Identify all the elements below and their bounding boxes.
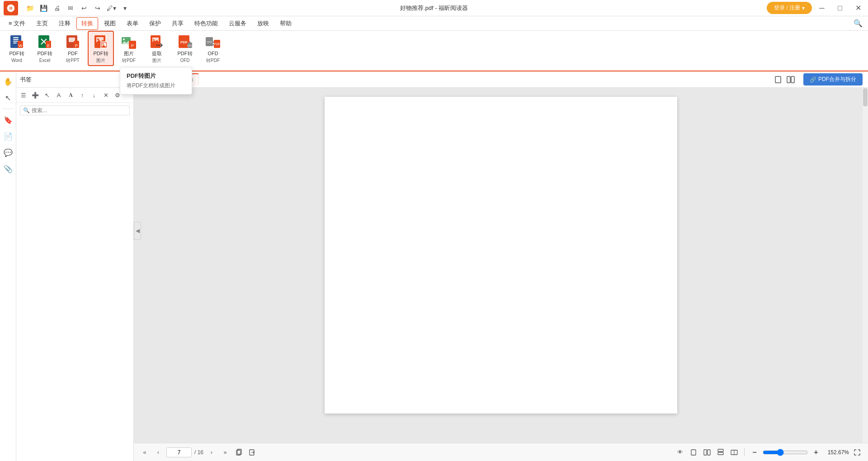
svg-rect-1 (13, 37, 19, 38)
menu-item-share[interactable]: 共享 (167, 17, 189, 30)
continuous-view-btn[interactable] (715, 447, 726, 458)
vertical-scrollbar[interactable] (863, 88, 868, 443)
doc-canvas (134, 88, 868, 461)
panel-tool-remove[interactable]: ✕ (100, 90, 111, 100)
bottom-right: 👁 (675, 447, 863, 458)
svg-text:P: P (75, 43, 78, 48)
panel-search-container: 🔍 (20, 105, 130, 115)
menu-item-help[interactable]: 帮助 (275, 17, 297, 30)
first-page-btn[interactable]: « (139, 447, 150, 458)
minimize-button[interactable]: ─ (814, 0, 830, 16)
pdf-to-image-icon (93, 33, 109, 50)
double-view-btn[interactable] (702, 447, 712, 458)
word-icon: W (9, 33, 25, 50)
panel-tool-text-b[interactable]: 𝐀 (65, 90, 76, 100)
panel-tab-title: 书签 (20, 76, 32, 84)
attachment-icon[interactable]: 📎 (2, 162, 14, 175)
svg-rect-4 (13, 43, 17, 43)
menu-item-form[interactable]: 表单 (122, 17, 143, 30)
panel-tool-up[interactable]: ↑ (77, 90, 88, 100)
copy-page-btn[interactable] (233, 447, 244, 458)
single-page-view-btn[interactable] (773, 74, 783, 85)
undo-btn[interactable]: ↩ (78, 2, 90, 14)
image-to-pdf-btn[interactable]: P 图片 转PDF (116, 31, 142, 66)
doc-header: 📄 好物推荐.pdf ✕ 🔗 (134, 71, 868, 88)
extract-page-btn[interactable] (247, 447, 258, 458)
svg-rect-49 (704, 450, 707, 455)
svg-rect-2 (13, 39, 19, 40)
svg-point-18 (97, 38, 99, 40)
ppt-icon: P (65, 33, 81, 50)
next-page-btn[interactable]: › (206, 447, 217, 458)
email-btn[interactable]: ✉ (64, 2, 77, 14)
select-tool-btn[interactable]: ↖ (2, 91, 14, 104)
tooltip-popup: PDF转图片 将PDF文档转成图片 (120, 67, 192, 95)
svg-rect-51 (718, 449, 723, 451)
ribbon-toolbar: W PDF转 Word E PDF转 Excel P (0, 31, 868, 71)
thumbnail-icon[interactable]: 📄 (2, 130, 14, 143)
zoom-out-btn[interactable]: − (749, 447, 760, 458)
print-btn[interactable]: 🖨 (51, 2, 63, 14)
pdf-merge-btn[interactable]: 🔗 PDF合并与拆分 (803, 73, 863, 86)
last-page-btn[interactable]: » (220, 447, 231, 458)
menu-item-present[interactable]: 放映 (252, 17, 274, 30)
panel-search-input[interactable] (32, 107, 127, 114)
scroll-thumb[interactable] (863, 88, 868, 106)
menu-item-file[interactable]: ≡ 文件 (4, 17, 30, 30)
extract-image-btn[interactable]: 提取 图片 (144, 31, 170, 66)
panel-tool-cursor[interactable]: ↖ (42, 90, 52, 100)
pdf-to-ofd-btn[interactable]: PDF OFD PDF转 OFD (172, 31, 198, 66)
menu-item-annotate[interactable]: 注释 (54, 17, 75, 30)
panel-tool-list[interactable]: ☰ (18, 90, 29, 100)
hand-tool-btn[interactable]: ✋ (2, 75, 14, 88)
panel-tool-text-a[interactable]: A (53, 90, 64, 100)
stamp-dropdown-btn[interactable]: 🖊▾ (105, 2, 118, 14)
menu-item-feature[interactable]: 特色功能 (189, 17, 223, 30)
pdf-to-image-btn[interactable]: PDF转 图片 (88, 31, 114, 66)
more-btn[interactable]: ▾ (118, 2, 131, 14)
single-view-btn[interactable] (688, 447, 699, 458)
menu-item-protect[interactable]: 保护 (144, 17, 166, 30)
prev-page-btn[interactable]: ‹ (153, 447, 164, 458)
zoom-level: 152.67% (824, 449, 849, 456)
ofd-to-pdf-btn[interactable]: OFD PDF OFD 转PDF (200, 31, 226, 66)
divider (3, 109, 14, 109)
menu-item-convert[interactable]: 转换 (76, 17, 98, 30)
pdf-to-excel-btn[interactable]: E PDF转 Excel (32, 31, 58, 66)
redo-btn[interactable]: ↪ (91, 2, 104, 14)
zoom-in-btn[interactable]: + (811, 447, 821, 458)
comment-icon[interactable]: 💬 (2, 146, 14, 159)
menubar: ≡ 文件 主页 注释 转换 视图 表单 保护 共享 特色功能 云服务 放映 帮助… (0, 16, 868, 31)
app-body: ✋ ↖ 🔖 📄 💬 📎 书签 ✕ ☰ ➕ ↖ A 𝐀 ↑ ↓ ✕ ⚙ 🔍 ◀ (0, 71, 868, 461)
svg-point-22 (103, 43, 104, 45)
open-file-btn[interactable]: 📁 (24, 2, 36, 14)
search-icon[interactable]: 🔍 (852, 17, 864, 30)
svg-text:PDF: PDF (214, 43, 220, 46)
bookmark-icon[interactable]: 🔖 (2, 114, 14, 126)
close-button[interactable]: ✕ (850, 0, 866, 16)
panel-collapse-btn[interactable]: ◀ (134, 222, 141, 240)
tooltip-title: PDF转图片 (127, 72, 185, 80)
page-content (325, 97, 677, 413)
svg-text:OFD: OFD (187, 44, 193, 47)
two-page-view-btn[interactable] (785, 74, 796, 85)
panel-tool-down[interactable]: ↓ (89, 90, 99, 100)
save-btn[interactable]: 💾 (37, 2, 50, 14)
svg-rect-52 (718, 452, 723, 455)
app-logo (4, 1, 18, 15)
menu-item-home[interactable]: 主页 (31, 17, 53, 30)
titlebar: 📁 💾 🖨 ✉ ↩ ↪ 🖊▾ ▾ 好物推荐.pdf - 福昕阅读器 登录 / 注… (0, 0, 868, 16)
read-mode-btn[interactable] (729, 447, 740, 458)
view-mode-icon[interactable]: 👁 (675, 447, 685, 458)
page-number-input[interactable] (166, 447, 192, 457)
bottom-bar: « ‹ / 16 › » 👁 (134, 443, 868, 461)
login-button[interactable]: 登录 / 注册 ▾ (767, 2, 812, 14)
fullscreen-btn[interactable] (852, 447, 863, 458)
maximize-button[interactable]: □ (832, 0, 848, 16)
zoom-slider[interactable] (763, 449, 808, 456)
menu-item-cloud[interactable]: 云服务 (224, 17, 251, 30)
panel-tool-add[interactable]: ➕ (30, 90, 41, 100)
menu-item-view[interactable]: 视图 (99, 17, 121, 30)
pdf-to-word-btn[interactable]: W PDF转 Word (4, 31, 30, 66)
pdf-to-ppt-btn[interactable]: P PDF 转PPT (60, 31, 86, 66)
